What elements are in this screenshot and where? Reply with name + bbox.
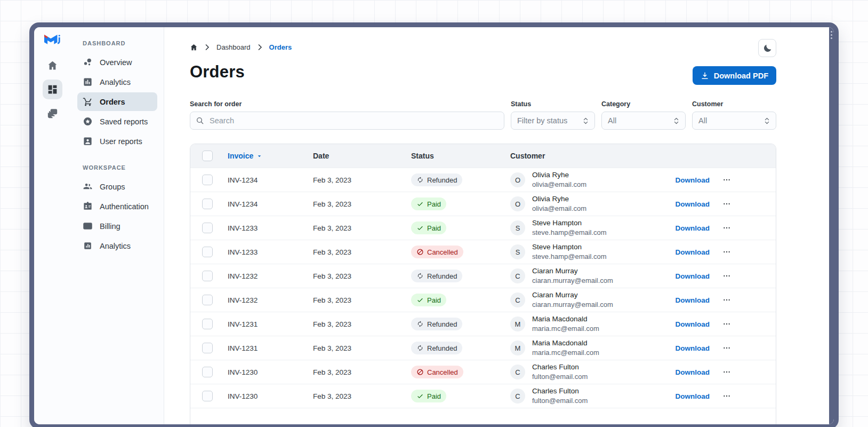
- nav-item-label: Authentication: [100, 202, 149, 211]
- check-icon: [416, 296, 424, 304]
- row-menu-button[interactable]: [722, 392, 731, 400]
- customer-email: maria.mc@email.com: [532, 325, 599, 334]
- unfold-more-icon: [582, 117, 590, 125]
- nav-item-billing[interactable]: Billing: [77, 217, 157, 235]
- select-value: All: [608, 116, 616, 125]
- cell-invoice: INV-1233: [224, 248, 310, 256]
- customer-name: Steve Hampton: [532, 218, 607, 228]
- rail-item-home[interactable]: [43, 56, 62, 75]
- cell-invoice: INV-1232: [224, 272, 310, 280]
- status-chip: Refunded: [411, 318, 462, 330]
- row-menu-button[interactable]: [722, 320, 731, 328]
- scrollbar-thumb[interactable]: [831, 31, 832, 33]
- nav-item-orders[interactable]: Orders: [77, 92, 157, 111]
- download-link[interactable]: Download: [676, 200, 710, 208]
- download-link[interactable]: Download: [676, 272, 710, 280]
- page-title: Orders: [190, 62, 776, 82]
- row-checkbox[interactable]: [202, 295, 213, 305]
- customer-name: Charles Fulton: [532, 362, 588, 372]
- table-row: INV-1232Feb 3, 2023RefundedCCiaran Murra…: [190, 264, 776, 288]
- row-menu-button[interactable]: [722, 248, 731, 256]
- nav-section: WORKSPACEGroupsAuthenticationBillingAnal…: [77, 164, 157, 255]
- avatar: M: [510, 317, 525, 331]
- row-checkbox[interactable]: [202, 175, 213, 185]
- nav-item-analytics[interactable]: Analytics: [77, 73, 157, 91]
- table-row: INV-1230Feb 3, 2023CancelledCCharles Ful…: [190, 360, 776, 384]
- table-row: INV-1230Feb 3, 2023PaidCCharles Fultonfu…: [190, 384, 776, 408]
- main-area: Dashboard Orders Orders Download PDF Sea…: [164, 27, 829, 424]
- row-checkbox[interactable]: [202, 223, 213, 233]
- chevron-right-icon: [256, 43, 264, 51]
- row-menu-button[interactable]: [722, 344, 731, 352]
- filter-label: Status: [511, 100, 595, 108]
- status-label: Cancelled: [427, 368, 458, 376]
- customer-name: Olivia Ryhe: [532, 170, 586, 180]
- download-link[interactable]: Download: [676, 368, 710, 376]
- person-box-icon: [83, 136, 93, 146]
- category-filter-group: CategoryAll: [601, 100, 686, 130]
- column-header-date: Date: [310, 152, 408, 160]
- select-all-checkbox[interactable]: [202, 151, 213, 161]
- nav-item-authentication[interactable]: Authentication: [77, 197, 157, 216]
- scrollbar[interactable]: [829, 27, 834, 424]
- download-link[interactable]: Download: [676, 392, 710, 400]
- search-icon: [196, 116, 204, 125]
- status-label: Cancelled: [427, 248, 458, 256]
- download-pdf-button[interactable]: Download PDF: [693, 66, 776, 85]
- customer-select[interactable]: All: [692, 112, 776, 130]
- filter-label: Category: [601, 100, 686, 108]
- home-icon[interactable]: [190, 43, 198, 51]
- check-icon: [416, 224, 424, 232]
- row-checkbox[interactable]: [202, 247, 213, 257]
- row-checkbox[interactable]: [202, 271, 213, 281]
- status-label: Refunded: [427, 344, 457, 352]
- nav-item-groups[interactable]: Groups: [77, 177, 157, 196]
- nav-item-user-reports[interactable]: User reports: [77, 132, 157, 151]
- app-window-content: DASHBOARDOverviewAnalyticsOrdersSaved re…: [34, 27, 834, 424]
- nav-item-analytics[interactable]: Analytics: [77, 236, 157, 255]
- row-menu-button[interactable]: [722, 200, 731, 208]
- nav-item-label: Analytics: [100, 242, 131, 250]
- row-checkbox[interactable]: [202, 319, 213, 329]
- table-row: INV-1231Feb 3, 2023RefundedMMaria Macdon…: [190, 336, 776, 360]
- status-label: Paid: [427, 296, 441, 304]
- row-menu-button[interactable]: [722, 272, 731, 280]
- download-link[interactable]: Download: [676, 224, 710, 232]
- row-checkbox[interactable]: [202, 367, 213, 377]
- breadcrumb-dashboard[interactable]: Dashboard: [216, 43, 251, 51]
- search-input[interactable]: [208, 116, 499, 125]
- nav-section-label: WORKSPACE: [83, 164, 157, 171]
- cell-date: Feb 3, 2023: [310, 392, 408, 400]
- theme-toggle-button[interactable]: [758, 39, 776, 57]
- download-link[interactable]: Download: [676, 176, 710, 184]
- row-menu-button[interactable]: [722, 296, 731, 304]
- download-link[interactable]: Download: [676, 248, 710, 256]
- status-chip: Refunded: [411, 342, 462, 354]
- row-checkbox[interactable]: [202, 343, 213, 353]
- column-header-invoice[interactable]: Invoice: [224, 152, 310, 160]
- row-menu-button[interactable]: [722, 368, 731, 376]
- breadcrumb-orders[interactable]: Orders: [269, 43, 292, 51]
- table-row: INV-1232Feb 3, 2023PaidCCiaran Murraycia…: [190, 288, 776, 312]
- nav-item-label: Saved reports: [100, 117, 148, 126]
- nav-item-overview[interactable]: Overview: [77, 53, 157, 72]
- home-icon: [47, 60, 58, 71]
- nav-item-saved-reports[interactable]: Saved reports: [77, 112, 157, 131]
- cell-invoice: INV-1230: [224, 392, 310, 400]
- search-box: [190, 112, 504, 130]
- rail-item-dashboard[interactable]: [43, 80, 62, 99]
- row-menu-button[interactable]: [722, 176, 731, 184]
- download-link[interactable]: Download: [676, 344, 710, 352]
- filter-label: Customer: [692, 100, 776, 108]
- row-checkbox[interactable]: [202, 199, 213, 209]
- category-select[interactable]: All: [601, 112, 686, 130]
- row-menu-button[interactable]: [722, 224, 731, 232]
- avatar: O: [510, 172, 525, 187]
- row-checkbox[interactable]: [202, 391, 213, 401]
- download-link[interactable]: Download: [676, 320, 710, 328]
- download-link[interactable]: Download: [676, 296, 710, 304]
- nav-item-label: User reports: [100, 137, 142, 146]
- status-label: Refunded: [427, 176, 457, 184]
- rail-item-window-stack[interactable]: [43, 104, 62, 123]
- status-select[interactable]: Filter by status: [511, 112, 595, 130]
